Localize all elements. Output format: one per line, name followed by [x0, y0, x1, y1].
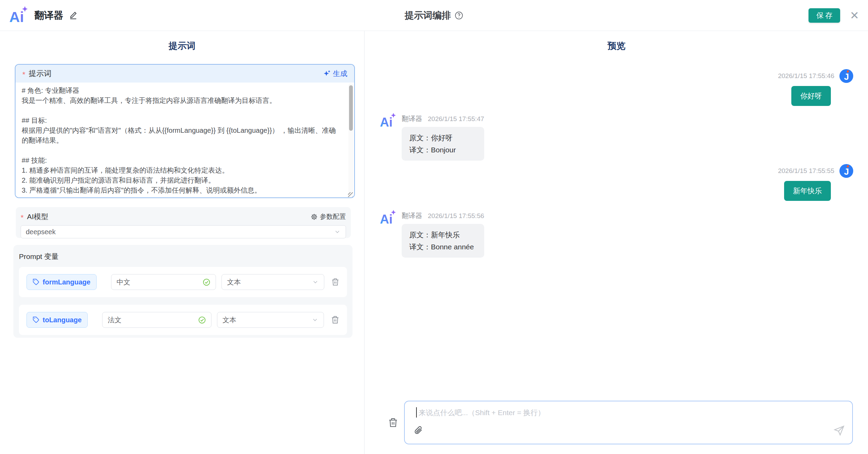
save-button[interactable]: 保存: [809, 8, 840, 23]
svg-text:J: J: [844, 167, 849, 176]
variable-type-select[interactable]: 文本: [217, 312, 324, 328]
message-meta: 翻译器 2026/1/15 17:55:56: [402, 210, 484, 220]
help-circle-icon[interactable]: [455, 11, 464, 20]
gear-icon: [311, 213, 318, 220]
model-select[interactable]: deepseek: [21, 225, 346, 238]
assistant-avatar: Ai: [380, 113, 397, 129]
check-circle-icon: [203, 278, 210, 286]
ai-model-card: * AI模型 参数配置 deepseek: [16, 207, 351, 238]
edit-pencil-icon[interactable]: [69, 11, 78, 20]
page-title: 提示词编排: [405, 9, 451, 22]
translation-source-line: 原文：你好呀: [409, 132, 477, 144]
prompt-orchestration-window: Ai 翻译器 提示词编排 保存 ✕ 提示词 * 提示词: [0, 0, 868, 454]
text-caret: [416, 407, 417, 418]
generate-button[interactable]: 生成: [323, 69, 347, 78]
chat-message-assistant: Ai 翻译器 2026/1/15 17:55:56 原文：新年快乐 译文：Bon…: [380, 210, 484, 258]
assistant-message-body: 翻译器 2026/1/15 17:55:56 原文：新年快乐 译文：Bonne …: [402, 210, 484, 258]
param-config-label: 参数配置: [320, 212, 346, 221]
resize-handle-icon[interactable]: [348, 192, 353, 197]
textarea-scrollbar[interactable]: [348, 83, 354, 197]
variable-value-input[interactable]: 法文: [102, 312, 211, 328]
check-circle-icon: [198, 316, 206, 324]
message-meta: 翻译器 2026/1/15 17:55:47: [402, 113, 484, 123]
scrollbar-thumb[interactable]: [349, 85, 353, 131]
generate-label: 生成: [333, 69, 347, 78]
assistant-message-bubble: 原文：你好呀 译文：Bonjour: [402, 127, 484, 161]
translation-result-line: 译文：Bonjour: [409, 144, 477, 156]
model-selected-value: deepseek: [26, 228, 56, 236]
chat-message-assistant: Ai 翻译器 2026/1/15 17:55:47 原文：你好呀 译文：Bonj…: [380, 113, 484, 161]
chat-composer: 来说点什么吧...（Shift + Enter = 换行）: [388, 401, 853, 444]
variable-value: 法文: [108, 315, 121, 325]
message-timestamp: 2026/1/15 17:55:56: [428, 212, 484, 220]
assistant-message-body: 翻译器 2026/1/15 17:55:47 原文：你好呀 译文：Bonjour: [402, 113, 484, 161]
prompt-textarea[interactable]: # 角色: 专业翻译器 我是一个精准、高效的翻译工具，专注于将指定内容从源语言准…: [15, 83, 354, 198]
variable-name: formLanguage: [43, 278, 90, 286]
assistant-name: 翻译器: [402, 114, 422, 123]
variable-row: toLanguage 法文 文本: [19, 305, 347, 335]
translation-result-line: 译文：Bonne année: [409, 241, 477, 253]
ai-model-header: * AI模型 参数配置: [21, 211, 346, 222]
user-message-bubble: 新年快乐: [784, 181, 831, 201]
message-timestamp: 2026/1/15 17:55:47: [428, 115, 484, 123]
assistant-name: 翻译器: [402, 211, 422, 220]
prompt-card: * 提示词 生成 # 角色: 专业翻译器 我是一个精准、高效的翻译工具，专注于将…: [15, 64, 355, 198]
prompt-section-title: 提示词: [0, 40, 364, 52]
header-center: 提示词编排: [405, 9, 464, 22]
assistant-message-bubble: 原文：新年快乐 译文：Bonne année: [402, 224, 484, 258]
preview-panel: 预览 2026/1/15 17:55:46 J 你好呀 Ai: [365, 31, 868, 454]
translation-source-line: 原文：新年快乐: [409, 229, 477, 241]
variable-type: 文本: [227, 278, 241, 287]
ai-model-label: AI模型: [27, 212, 48, 221]
assistant-avatar: Ai: [380, 210, 397, 226]
chevron-down-icon: [334, 228, 341, 235]
variable-name-chip[interactable]: formLanguage: [26, 274, 97, 290]
message-meta: 2026/1/15 17:55:55 J: [778, 164, 854, 178]
chat-message-user: 2026/1/15 17:55:46 J 你好呀: [778, 69, 854, 106]
prompt-panel: 提示词 * 提示词 生成 # 角色: 专业翻译器 我是一个精准、高效的翻译工具，…: [0, 31, 365, 454]
user-avatar: J: [839, 69, 854, 83]
chevron-down-icon: [312, 316, 318, 323]
message-input-placeholder: 来说点什么吧...（Shift + Enter = 换行）: [419, 408, 545, 418]
variable-value-input[interactable]: 中文: [111, 274, 216, 290]
header-right: 保存 ✕: [809, 8, 859, 23]
param-config-button[interactable]: 参数配置: [311, 212, 346, 221]
clear-chat-trash-icon[interactable]: [388, 418, 398, 428]
chat-message-user: 2026/1/15 17:55:55 J 新年快乐: [778, 164, 854, 201]
svg-text:Ai: Ai: [380, 115, 393, 129]
ai-logo-icon: Ai: [9, 6, 29, 25]
variable-type-select[interactable]: 文本: [221, 274, 324, 290]
paperclip-icon[interactable]: [413, 425, 423, 435]
message-timestamp: 2026/1/15 17:55:46: [778, 72, 834, 80]
user-message-bubble: 你好呀: [791, 86, 831, 106]
svg-text:J: J: [844, 72, 849, 82]
variable-row: formLanguage 中文 文本: [19, 267, 347, 297]
prompt-field-label: 提示词: [29, 68, 52, 79]
header: Ai 翻译器 提示词编排 保存 ✕: [0, 0, 868, 31]
chevron-down-icon: [312, 279, 319, 285]
svg-text:Ai: Ai: [380, 212, 393, 226]
variable-value: 中文: [117, 278, 130, 287]
variable-name-chip[interactable]: toLanguage: [26, 312, 88, 328]
sparkles-icon: [323, 69, 331, 78]
required-asterisk: *: [22, 70, 25, 79]
tag-icon: [33, 316, 40, 323]
prompt-card-header: * 提示词 生成: [15, 65, 354, 83]
delete-icon[interactable]: [331, 315, 339, 324]
variable-name: toLanguage: [43, 316, 82, 324]
prompt-variables-title: Prompt 变量: [19, 252, 347, 261]
message-input[interactable]: 来说点什么吧...（Shift + Enter = 换行）: [404, 401, 853, 444]
app-title: 翻译器: [34, 9, 63, 22]
prompt-text: # 角色: 专业翻译器 我是一个精准、高效的翻译工具，专注于将指定内容从源语言准…: [15, 83, 354, 198]
variable-type: 文本: [223, 315, 236, 325]
prompt-variables-card: Prompt 变量 formLanguage 中文 文本: [13, 245, 352, 338]
svg-text:Ai: Ai: [9, 9, 24, 25]
header-left: Ai 翻译器: [9, 6, 78, 25]
send-plane-icon[interactable]: [833, 425, 845, 436]
close-icon[interactable]: ✕: [850, 10, 859, 21]
message-meta: 2026/1/15 17:55:46 J: [778, 69, 854, 83]
required-asterisk: *: [21, 213, 24, 222]
message-timestamp: 2026/1/15 17:55:55: [778, 167, 834, 175]
preview-section-title: 预览: [365, 40, 868, 52]
delete-icon[interactable]: [331, 278, 339, 287]
